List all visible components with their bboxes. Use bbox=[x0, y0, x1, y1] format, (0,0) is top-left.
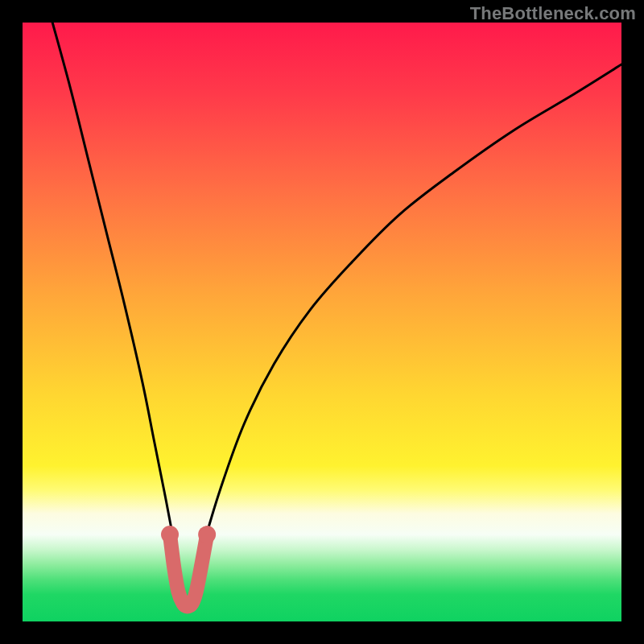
bottleneck-chart bbox=[23, 23, 621, 621]
watermark-label: TheBottleneck.com bbox=[470, 3, 636, 24]
chart-frame bbox=[23, 23, 621, 621]
highlight-dot bbox=[161, 526, 179, 543]
gradient-background bbox=[23, 23, 621, 621]
highlight-dot bbox=[198, 526, 216, 543]
